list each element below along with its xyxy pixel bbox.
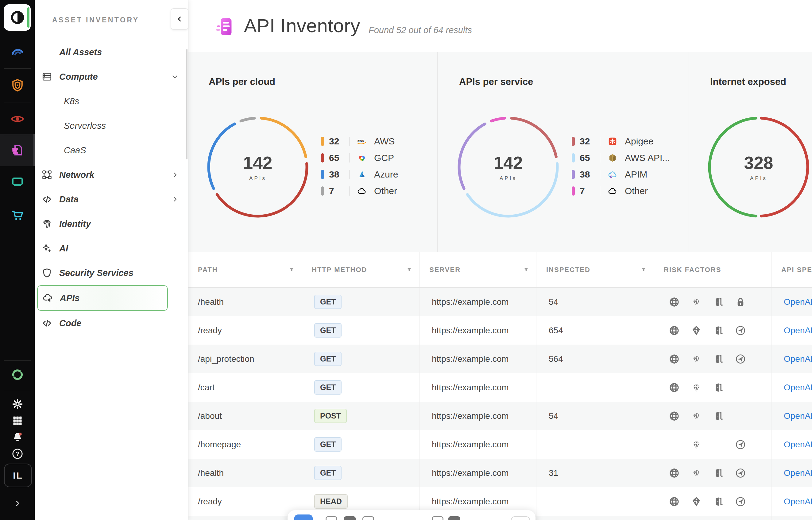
api-spec-link[interactable]: OpenAPI [784,354,812,364]
table-row[interactable]: /cartGEThttps://example.comOpenAPI [188,373,812,402]
rail-item-apps[interactable] [0,412,35,430]
sidebar-item-network[interactable]: Network [35,162,188,187]
gem-o-risk-icon [685,496,707,507]
toolbar-icon[interactable] [326,516,337,520]
sidebar-item-label: Serverless [64,121,106,131]
gcp-icon [356,153,370,163]
column-header-inspected[interactable]: INSPECTED [536,252,654,287]
rail-item-api-pages[interactable] [0,135,35,165]
globe-risk-icon [663,382,685,393]
sidebar-item-security-services[interactable]: Security Services [35,261,188,285]
legend-value: 7 [329,186,349,196]
api-spec-link[interactable]: OpenAPI [784,326,812,335]
app-rail: IL [0,0,35,520]
sidebar-item-k8s[interactable]: K8s [35,89,188,113]
sidebar-item-apis[interactable]: APIs [37,285,168,311]
toolbar-icon[interactable] [448,516,460,520]
rail-item-sync-ring[interactable] [0,359,35,390]
cell-api-spec: OpenAPI [771,316,812,345]
cell-risk-factors [654,316,771,345]
server-icon [42,71,52,82]
toolbar-icon[interactable] [363,516,374,520]
gem-risk-icon [685,439,707,450]
plane-risk-icon [730,354,752,365]
chevron-right-icon [171,187,179,212]
sidebar-item-code[interactable]: Code [35,311,188,335]
results-count: Found 52 out of 64 results [369,25,472,35]
code-icon [42,194,52,205]
sidebar-collapse-button[interactable] [171,8,189,30]
cell-http-method: GET [302,373,419,402]
column-header-api-spec[interactable]: API SPEC [771,252,812,287]
sidebar-item-label: Security Services [59,268,133,278]
toolbar-primary-button[interactable] [294,515,313,520]
table-row[interactable]: /api_protectionGEThttps://example.com564… [188,345,812,373]
filter-icon[interactable] [289,267,294,272]
cell-http-method: POST [302,402,419,430]
filter-icon[interactable] [407,267,412,272]
legend-swatch [572,137,575,146]
rail-item-notifications[interactable] [0,428,35,446]
api-pages-icon [10,143,25,158]
avatar[interactable]: IL [4,464,32,487]
column-header-http-method[interactable]: HTTP METHOD [302,252,419,287]
cell-server: https://example.com [419,316,536,345]
filter-icon[interactable] [523,267,529,272]
awsgw-icon [607,153,620,163]
column-header-path[interactable]: PATH [188,252,302,287]
table-row[interactable]: /aboutPOSThttps://example.com54OpenAPI [188,402,812,430]
rail-item-workload-teal[interactable] [0,166,35,197]
cell-path: /api_protection [188,345,302,373]
sidebar-item-all-assets[interactable]: All Assets [35,40,188,64]
rail-item-settings[interactable] [0,395,35,413]
cell-path: /health [188,288,302,316]
donut-segment-segment [710,118,756,216]
column-header-server[interactable]: SERVER [419,252,536,287]
chart-legend: 32AWS65GCP38Azure7Other [321,133,398,199]
api-spec-link[interactable]: OpenAPI [784,297,812,307]
donut-segment-azure [209,124,235,188]
api-spec-link[interactable]: OpenAPI [784,383,812,392]
sidebar-item-caas[interactable]: CaaS [35,138,188,162]
legend-item-apim: 38APIM [572,166,670,183]
door-risk-icon [707,411,730,422]
rail-item-shield-orange[interactable] [0,70,35,101]
toolbar-icon[interactable] [344,516,356,520]
api-spec-link[interactable]: OpenAPI [784,497,812,506]
rail-item-cart-cyan[interactable] [0,200,35,231]
door-risk-icon [707,325,730,336]
door-risk-icon [707,382,730,393]
toolbar-icon[interactable] [432,516,443,520]
rail-item-eye-red[interactable] [0,104,35,134]
api-spec-link[interactable]: OpenAPI [784,411,812,421]
table-row[interactable]: /healthGEThttps://example.com54OpenAPI [188,288,812,316]
donut-segment-apigee [512,118,556,157]
cell-server: https://example.com [419,373,536,402]
sidebar-item-identity[interactable]: Identity [35,212,188,236]
rail-item-help[interactable] [0,445,35,463]
table-row[interactable]: /readyGEThttps://example.com654OpenAPI [188,316,812,345]
rail-item-platform-arcs[interactable] [0,36,35,67]
sidebar-item-data[interactable]: Data [35,187,188,212]
rail-expand-button[interactable] [0,494,35,513]
sidebar-item-ai[interactable]: AI [35,236,188,261]
api-spec-link[interactable]: OpenAPI [784,468,812,478]
sidebar-item-label: APIs [60,293,79,303]
column-header-risk-factors[interactable]: RISK FACTORS [654,252,771,287]
table-row[interactable]: /healthGEThttps://example.com31OpenAPI [188,459,812,487]
app-logo[interactable] [4,4,31,31]
platform-arcs-icon [10,44,25,59]
filter-icon[interactable] [641,267,646,272]
table-row[interactable]: /homepageGEThttps://example.comOpenAPI [188,430,812,459]
door-risk-icon [707,496,730,507]
cell-inspected [536,430,654,459]
api-spec-link[interactable]: OpenAPI [784,440,812,449]
chevron-down-icon [171,64,179,89]
cell-path: /ready [188,487,302,516]
sidebar-item-compute[interactable]: Compute [35,64,188,89]
sidebar-item-serverless[interactable]: Serverless [35,113,188,138]
legend-swatch [572,186,575,196]
cell-inspected: 99 [536,516,654,520]
toolbar-secondary-button[interactable] [511,516,530,520]
cell-risk-factors [654,288,771,316]
